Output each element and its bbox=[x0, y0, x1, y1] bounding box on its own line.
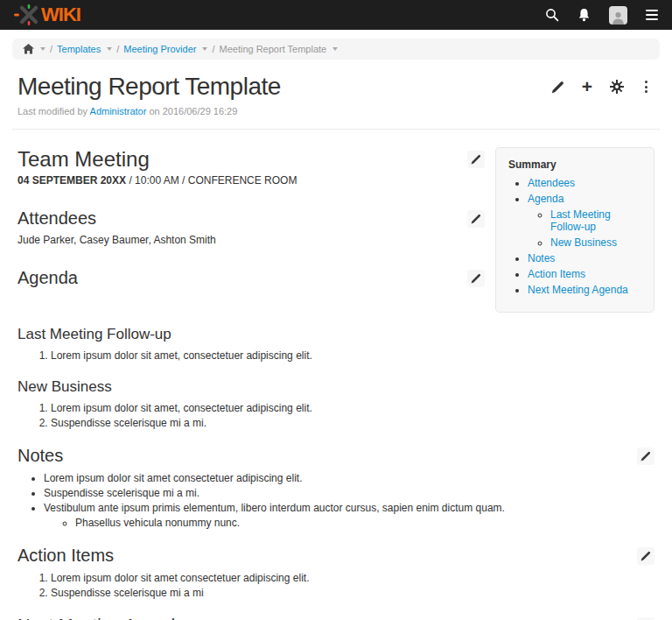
list-item: Suspendisse scelerisque mi a mi bbox=[51, 587, 654, 599]
document-actions: + bbox=[551, 73, 654, 94]
hamburger-icon[interactable] bbox=[646, 10, 658, 20]
meeting-meta-line: 04 SEPTEMBER 20XX / 10:00 AM / CONFERENC… bbox=[18, 174, 485, 187]
summary-link-last-meeting-follow-up[interactable]: Last Meeting Follow-up bbox=[550, 208, 611, 233]
last-modified-line: Last modified by Administrator on 2016/0… bbox=[18, 106, 654, 116]
xwiki-page: WIKI / Templates bbox=[0, 0, 672, 620]
breadcrumb: / Templates / Meeting Provider / Meeting… bbox=[12, 39, 660, 60]
breadcrumb-link-meeting-provider[interactable]: Meeting Provider bbox=[123, 44, 196, 54]
section-heading-last-meeting-follow-up: Last Meeting Follow-up bbox=[18, 326, 654, 343]
breadcrumb-separator: / bbox=[50, 44, 52, 54]
section-heading-notes: Notes bbox=[18, 446, 63, 466]
list-item: Attendees bbox=[528, 177, 645, 189]
more-actions-kebab-icon[interactable] bbox=[641, 81, 651, 93]
section-heading-action-items: Action Items bbox=[18, 546, 114, 566]
list-item: Lorem ipsum dolor sit amet consectetuer … bbox=[44, 472, 654, 484]
summary-title: Summary bbox=[508, 159, 645, 171]
meeting-date: 04 SEPTEMBER 20XX bbox=[18, 174, 126, 187]
modified-user-link[interactable]: Administrator bbox=[90, 106, 147, 116]
chevron-down-icon[interactable] bbox=[107, 47, 112, 51]
home-icon[interactable] bbox=[23, 44, 34, 54]
section-edit-pencil-icon[interactable] bbox=[467, 151, 485, 168]
list-item: Last Meeting Follow-up bbox=[550, 208, 645, 233]
section-heading-new-business: New Business bbox=[18, 378, 654, 396]
list-item: Phasellus vehicula nonummy nunc. bbox=[75, 517, 654, 529]
section-edit-pencil-icon[interactable] bbox=[637, 547, 654, 565]
xwiki-logo[interactable]: WIKI bbox=[14, 4, 80, 25]
last-meeting-list: Lorem ipsum dolor sit amet, consectetuer… bbox=[18, 349, 654, 362]
section-attendees-header: Attendees bbox=[18, 208, 485, 229]
summary-link-action-items[interactable]: Action Items bbox=[528, 268, 585, 280]
breadcrumb-separator: / bbox=[212, 44, 214, 54]
summary-link-attendees[interactable]: Attendees bbox=[528, 177, 575, 189]
breadcrumb-separator: / bbox=[116, 44, 119, 54]
edit-pencil-icon[interactable] bbox=[551, 81, 564, 94]
list-item: Action Items bbox=[528, 268, 645, 280]
settings-gear-icon[interactable] bbox=[610, 80, 624, 94]
section-agenda-header: Agenda bbox=[18, 268, 485, 288]
section-action-items-header: Action Items bbox=[18, 546, 654, 566]
section-heading-next-meeting-agenda: Next Meeting Agenda bbox=[18, 616, 185, 620]
section-heading-attendees: Attendees bbox=[18, 208, 96, 229]
chevron-down-icon[interactable] bbox=[202, 47, 207, 51]
modified-suffix: on 2016/06/29 16:29 bbox=[149, 106, 237, 116]
summary-link-notes[interactable]: Notes bbox=[528, 252, 555, 264]
chevron-down-icon[interactable] bbox=[40, 47, 46, 51]
summary-panel: Summary Attendees Agenda Last Meeting Fo… bbox=[495, 147, 654, 313]
xwiki-logo-x-icon bbox=[14, 4, 40, 25]
list-item: Suspendisse scelerisque mi a mi. bbox=[51, 417, 654, 429]
list-item: Lorem ipsum dolor sit amet, consectetuer… bbox=[51, 402, 654, 414]
summary-link-new-business[interactable]: New Business bbox=[550, 236, 617, 249]
chevron-down-icon[interactable] bbox=[332, 47, 338, 51]
section-notes-header: Notes bbox=[18, 446, 654, 466]
section-edit-pencil-icon[interactable] bbox=[637, 447, 654, 465]
modified-prefix: Last modified by bbox=[18, 106, 88, 116]
breadcrumb-link-templates[interactable]: Templates bbox=[57, 44, 101, 54]
list-item: Vestibulum ante ipsum primis elementum, … bbox=[44, 502, 654, 529]
user-avatar[interactable] bbox=[609, 6, 627, 25]
list-item: Lorem ipsum dolor sit amet consectetuer … bbox=[51, 572, 654, 584]
bell-icon[interactable] bbox=[578, 8, 591, 22]
list-item: Next Meeting Agenda bbox=[528, 284, 645, 296]
page-title: Meeting Report Template bbox=[18, 73, 281, 101]
summary-link-next-meeting-agenda[interactable]: Next Meeting Agenda bbox=[528, 284, 628, 296]
breadcrumb-current-page: Meeting Report Template bbox=[219, 44, 326, 54]
new-business-list: Lorem ipsum dolor sit amet, consectetuer… bbox=[18, 402, 654, 429]
attendees-names: Jude Parker, Casey Baumer, Ashton Smith bbox=[18, 234, 485, 246]
list-item: Agenda Last Meeting Follow-up New Busine… bbox=[528, 193, 645, 249]
list-item: Suspendisse scelerisque mi a mi. bbox=[44, 487, 654, 499]
search-icon[interactable] bbox=[545, 8, 559, 22]
top-navbar: WIKI bbox=[0, 0, 672, 30]
list-item: New Business bbox=[550, 236, 645, 249]
section-next-meeting-header: Next Meeting Agenda bbox=[18, 616, 654, 620]
create-plus-icon[interactable]: + bbox=[582, 80, 592, 94]
meeting-time-location: / 10:00 AM / CONFERENCE ROOM bbox=[129, 174, 297, 187]
document-content: Team Meeting 04 SEPTEMBER 20XX / 10:00 A… bbox=[0, 130, 672, 620]
section-heading-team-meeting: Team Meeting bbox=[18, 147, 150, 172]
section-team-meeting-header: Team Meeting bbox=[18, 147, 485, 172]
list-item: Notes bbox=[528, 252, 645, 264]
section-edit-pencil-icon[interactable] bbox=[637, 617, 654, 620]
section-edit-pencil-icon[interactable] bbox=[467, 270, 485, 287]
xwiki-logo-text: WIKI bbox=[41, 5, 80, 25]
avatar-image bbox=[609, 6, 627, 25]
list-item: Lorem ipsum dolor sit amet, consectetuer… bbox=[51, 349, 654, 362]
summary-link-agenda[interactable]: Agenda bbox=[528, 193, 564, 205]
notes-list: Lorem ipsum dolor sit amet consectetuer … bbox=[18, 472, 654, 529]
section-heading-agenda: Agenda bbox=[18, 268, 78, 288]
section-edit-pencil-icon[interactable] bbox=[467, 210, 485, 228]
action-items-list: Lorem ipsum dolor sit amet consectetuer … bbox=[18, 572, 654, 599]
